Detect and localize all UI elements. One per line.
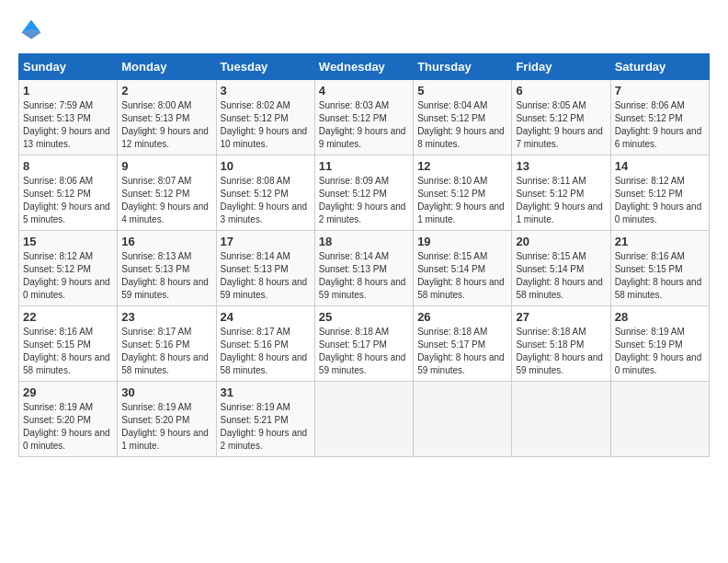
calendar-day-cell: 22Sunrise: 8:16 AMSunset: 5:15 PMDayligh… bbox=[19, 306, 118, 382]
day-number: 2 bbox=[121, 84, 211, 98]
day-detail: Sunrise: 8:19 AMSunset: 5:20 PMDaylight:… bbox=[23, 401, 113, 453]
calendar-day-cell: 10Sunrise: 8:08 AMSunset: 5:12 PMDayligh… bbox=[216, 155, 314, 231]
day-detail: Sunrise: 8:15 AMSunset: 5:14 PMDaylight:… bbox=[417, 250, 507, 302]
day-number: 16 bbox=[121, 235, 211, 248]
logo-icon bbox=[18, 17, 44, 42]
day-number: 9 bbox=[121, 159, 211, 173]
day-detail: Sunrise: 8:16 AMSunset: 5:15 PMDaylight:… bbox=[615, 250, 705, 302]
calendar-day-cell: 25Sunrise: 8:18 AMSunset: 5:17 PMDayligh… bbox=[314, 306, 413, 382]
calendar-day-cell: 31Sunrise: 8:19 AMSunset: 5:21 PMDayligh… bbox=[216, 382, 314, 457]
calendar-day-cell: 21Sunrise: 8:16 AMSunset: 5:15 PMDayligh… bbox=[610, 231, 709, 306]
day-number: 29 bbox=[23, 385, 113, 399]
weekday-header: Saturday bbox=[610, 54, 709, 80]
calendar-day-cell: 11Sunrise: 8:09 AMSunset: 5:12 PMDayligh… bbox=[314, 155, 413, 231]
day-detail: Sunrise: 8:14 AMSunset: 5:13 PMDaylight:… bbox=[221, 250, 311, 302]
calendar-day-cell: 29Sunrise: 8:19 AMSunset: 5:20 PMDayligh… bbox=[19, 382, 118, 457]
calendar-day-cell: 30Sunrise: 8:19 AMSunset: 5:20 PMDayligh… bbox=[118, 382, 216, 457]
header bbox=[18, 17, 710, 42]
calendar-day-cell: 7Sunrise: 8:06 AMSunset: 5:12 PMDaylight… bbox=[610, 80, 709, 155]
day-detail: Sunrise: 8:12 AMSunset: 5:12 PMDaylight:… bbox=[23, 250, 113, 302]
calendar-day-cell: 16Sunrise: 8:13 AMSunset: 5:13 PMDayligh… bbox=[118, 231, 216, 306]
day-detail: Sunrise: 8:12 AMSunset: 5:12 PMDaylight:… bbox=[615, 175, 705, 226]
day-number: 28 bbox=[615, 310, 705, 324]
day-number: 3 bbox=[221, 84, 311, 98]
calendar-day-cell: 13Sunrise: 8:11 AMSunset: 5:12 PMDayligh… bbox=[512, 155, 610, 231]
day-detail: Sunrise: 8:04 AMSunset: 5:12 PMDaylight:… bbox=[417, 99, 507, 151]
weekday-header: Friday bbox=[512, 54, 610, 80]
weekday-header: Wednesday bbox=[314, 54, 413, 80]
calendar-body: 1Sunrise: 7:59 AMSunset: 5:13 PMDaylight… bbox=[19, 80, 710, 457]
calendar-day-cell: 4Sunrise: 8:03 AMSunset: 5:12 PMDaylight… bbox=[314, 80, 413, 155]
calendar-day-cell: 3Sunrise: 8:02 AMSunset: 5:12 PMDaylight… bbox=[216, 80, 314, 155]
calendar-day-cell: 5Sunrise: 8:04 AMSunset: 5:12 PMDaylight… bbox=[414, 80, 512, 155]
calendar-day-cell: 26Sunrise: 8:18 AMSunset: 5:17 PMDayligh… bbox=[414, 306, 512, 382]
calendar-table: SundayMondayTuesdayWednesdayThursdayFrid… bbox=[18, 53, 710, 457]
day-detail: Sunrise: 8:19 AMSunset: 5:20 PMDaylight:… bbox=[121, 401, 211, 453]
day-detail: Sunrise: 8:09 AMSunset: 5:12 PMDaylight:… bbox=[319, 175, 409, 226]
calendar-day-cell: 15Sunrise: 8:12 AMSunset: 5:12 PMDayligh… bbox=[19, 231, 118, 306]
calendar-day-cell: 17Sunrise: 8:14 AMSunset: 5:13 PMDayligh… bbox=[216, 231, 314, 306]
logo bbox=[18, 17, 48, 42]
day-number: 10 bbox=[221, 159, 311, 173]
day-detail: Sunrise: 8:10 AMSunset: 5:12 PMDaylight:… bbox=[417, 175, 507, 226]
day-number: 22 bbox=[23, 310, 113, 324]
calendar-day-cell: 18Sunrise: 8:14 AMSunset: 5:13 PMDayligh… bbox=[314, 231, 413, 306]
day-detail: Sunrise: 8:08 AMSunset: 5:12 PMDaylight:… bbox=[221, 175, 311, 226]
day-number: 4 bbox=[319, 84, 409, 98]
calendar-day-cell: 9Sunrise: 8:07 AMSunset: 5:12 PMDaylight… bbox=[118, 155, 216, 231]
day-detail: Sunrise: 8:18 AMSunset: 5:18 PMDaylight:… bbox=[516, 326, 606, 377]
day-detail: Sunrise: 8:06 AMSunset: 5:12 PMDaylight:… bbox=[23, 175, 113, 226]
calendar-day-cell: 12Sunrise: 8:10 AMSunset: 5:12 PMDayligh… bbox=[414, 155, 512, 231]
day-detail: Sunrise: 7:59 AMSunset: 5:13 PMDaylight:… bbox=[23, 99, 113, 151]
day-number: 19 bbox=[417, 235, 507, 248]
day-detail: Sunrise: 8:00 AMSunset: 5:13 PMDaylight:… bbox=[121, 99, 211, 151]
day-detail: Sunrise: 8:02 AMSunset: 5:12 PMDaylight:… bbox=[221, 99, 311, 151]
calendar-day-cell: 20Sunrise: 8:15 AMSunset: 5:14 PMDayligh… bbox=[512, 231, 610, 306]
day-detail: Sunrise: 8:11 AMSunset: 5:12 PMDaylight:… bbox=[516, 175, 606, 226]
day-detail: Sunrise: 8:14 AMSunset: 5:13 PMDaylight:… bbox=[319, 250, 409, 302]
day-detail: Sunrise: 8:15 AMSunset: 5:14 PMDaylight:… bbox=[516, 250, 606, 302]
day-number: 7 bbox=[615, 84, 705, 98]
day-number: 25 bbox=[319, 310, 409, 324]
calendar-day-cell bbox=[314, 382, 413, 457]
day-detail: Sunrise: 8:17 AMSunset: 5:16 PMDaylight:… bbox=[121, 326, 211, 377]
day-number: 15 bbox=[23, 235, 113, 248]
day-detail: Sunrise: 8:16 AMSunset: 5:15 PMDaylight:… bbox=[23, 326, 113, 377]
day-number: 6 bbox=[516, 84, 606, 98]
calendar-week-row: 15Sunrise: 8:12 AMSunset: 5:12 PMDayligh… bbox=[19, 231, 710, 306]
day-number: 27 bbox=[516, 310, 606, 324]
day-number: 17 bbox=[221, 235, 311, 248]
calendar-week-row: 1Sunrise: 7:59 AMSunset: 5:13 PMDaylight… bbox=[19, 80, 710, 155]
calendar-day-cell bbox=[414, 382, 512, 457]
weekday-header: Monday bbox=[118, 54, 216, 80]
calendar-day-cell: 6Sunrise: 8:05 AMSunset: 5:12 PMDaylight… bbox=[512, 80, 610, 155]
calendar-day-cell: 27Sunrise: 8:18 AMSunset: 5:18 PMDayligh… bbox=[512, 306, 610, 382]
day-detail: Sunrise: 8:18 AMSunset: 5:17 PMDaylight:… bbox=[319, 326, 409, 377]
day-number: 13 bbox=[516, 159, 606, 173]
calendar-day-cell: 23Sunrise: 8:17 AMSunset: 5:16 PMDayligh… bbox=[118, 306, 216, 382]
calendar-day-cell: 14Sunrise: 8:12 AMSunset: 5:12 PMDayligh… bbox=[610, 155, 709, 231]
calendar-day-cell: 2Sunrise: 8:00 AMSunset: 5:13 PMDaylight… bbox=[118, 80, 216, 155]
page-container: SundayMondayTuesdayWednesdayThursdayFrid… bbox=[0, 0, 728, 466]
calendar-day-cell: 1Sunrise: 7:59 AMSunset: 5:13 PMDaylight… bbox=[19, 80, 118, 155]
day-number: 20 bbox=[516, 235, 606, 248]
weekday-header: Tuesday bbox=[216, 54, 314, 80]
day-detail: Sunrise: 8:13 AMSunset: 5:13 PMDaylight:… bbox=[121, 250, 211, 302]
day-number: 1 bbox=[23, 84, 113, 98]
day-detail: Sunrise: 8:19 AMSunset: 5:21 PMDaylight:… bbox=[221, 401, 311, 453]
calendar-day-cell bbox=[610, 382, 709, 457]
calendar-day-cell: 19Sunrise: 8:15 AMSunset: 5:14 PMDayligh… bbox=[414, 231, 512, 306]
day-number: 11 bbox=[319, 159, 409, 173]
day-number: 31 bbox=[221, 385, 311, 399]
day-detail: Sunrise: 8:17 AMSunset: 5:16 PMDaylight:… bbox=[221, 326, 311, 377]
day-number: 23 bbox=[121, 310, 211, 324]
calendar-day-cell: 28Sunrise: 8:19 AMSunset: 5:19 PMDayligh… bbox=[610, 306, 709, 382]
day-number: 8 bbox=[23, 159, 113, 173]
calendar-day-cell: 8Sunrise: 8:06 AMSunset: 5:12 PMDaylight… bbox=[19, 155, 118, 231]
day-detail: Sunrise: 8:18 AMSunset: 5:17 PMDaylight:… bbox=[417, 326, 507, 377]
calendar-day-cell: 24Sunrise: 8:17 AMSunset: 5:16 PMDayligh… bbox=[216, 306, 314, 382]
calendar-week-row: 22Sunrise: 8:16 AMSunset: 5:15 PMDayligh… bbox=[19, 306, 710, 382]
day-number: 21 bbox=[615, 235, 705, 248]
day-number: 14 bbox=[615, 159, 705, 173]
day-number: 30 bbox=[121, 385, 211, 399]
